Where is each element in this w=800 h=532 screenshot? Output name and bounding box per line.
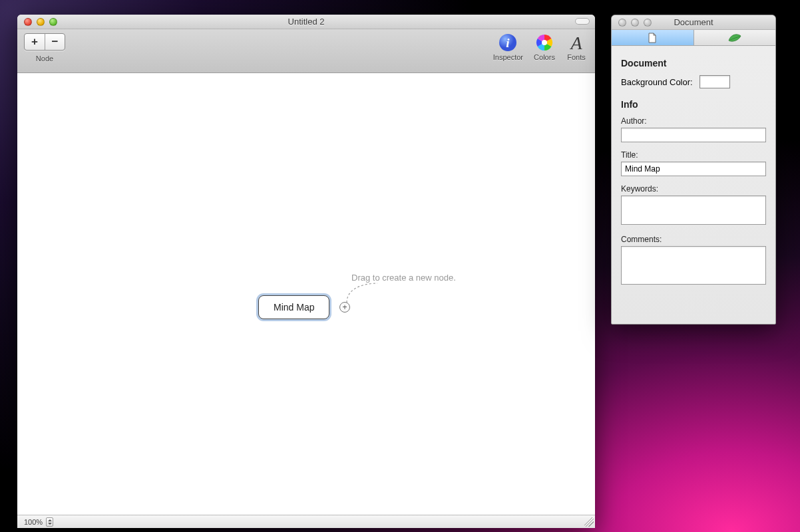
- connector-line: [345, 281, 379, 304]
- document-icon: [647, 33, 658, 43]
- title-field[interactable]: [621, 162, 766, 176]
- minimize-icon[interactable]: [37, 18, 45, 26]
- zoom-value: 100%: [24, 518, 43, 526]
- background-color-label: Background Color:: [621, 77, 693, 87]
- colors-label: Colors: [534, 53, 555, 61]
- statusbar: 100%: [17, 515, 595, 528]
- toolbar: + − Node i Inspector: [17, 29, 595, 73]
- zoom-stepper[interactable]: [46, 517, 53, 527]
- inspector-tabs: [612, 30, 775, 46]
- author-field-block: Author:: [621, 116, 766, 142]
- inspector-window: Document Document Background Color: Info…: [611, 15, 776, 325]
- canvas[interactable]: Drag to create a new node. Mind Map +: [17, 73, 595, 515]
- fonts-label: Fonts: [567, 53, 586, 61]
- author-label: Author:: [621, 116, 766, 126]
- font-icon: A: [566, 32, 587, 53]
- title-label: Title:: [621, 150, 766, 160]
- close-icon[interactable]: [618, 19, 626, 27]
- inspector-panel: Document Background Color: Info Author: …: [612, 46, 775, 305]
- title-field-block: Title:: [621, 150, 766, 176]
- node-segmented-control: + −: [24, 33, 65, 51]
- comments-field-block: Comments:: [621, 235, 766, 287]
- remove-node-button[interactable]: −: [45, 34, 65, 50]
- node-group-label: Node: [36, 55, 53, 63]
- drag-hint: Drag to create a new node.: [351, 273, 456, 283]
- resize-handle[interactable]: [584, 517, 594, 527]
- keywords-field[interactable]: [621, 196, 766, 225]
- window-controls: [17, 18, 57, 26]
- svg-text:A: A: [569, 33, 582, 52]
- add-node-handle[interactable]: +: [339, 302, 350, 313]
- tab-document[interactable]: [612, 30, 694, 45]
- color-wheel-icon: [534, 32, 555, 53]
- keywords-label: Keywords:: [621, 184, 766, 194]
- main-titlebar[interactable]: Untitled 2: [17, 15, 595, 29]
- main-window: Untitled 2 + − Node i Inspector: [17, 15, 595, 528]
- inspector-label: Inspector: [493, 53, 523, 61]
- window-title: Untitled 2: [17, 17, 595, 27]
- colors-button[interactable]: Colors: [534, 32, 555, 61]
- node-group: + − Node: [24, 33, 65, 63]
- author-field[interactable]: [621, 128, 766, 142]
- leaf-icon: [728, 33, 741, 43]
- plus-icon: +: [342, 303, 347, 312]
- zoom-control[interactable]: 100%: [24, 517, 53, 527]
- info-icon: i: [497, 32, 518, 53]
- minimize-icon[interactable]: [631, 19, 639, 27]
- keywords-field-block: Keywords:: [621, 184, 766, 227]
- toolbar-toggle-pill[interactable]: [575, 18, 590, 25]
- fonts-button[interactable]: A Fonts: [566, 32, 587, 61]
- inspector-button[interactable]: i Inspector: [493, 32, 523, 61]
- inspector-titlebar[interactable]: Document: [612, 15, 775, 30]
- svg-text:i: i: [506, 36, 510, 50]
- background-color-well[interactable]: [700, 75, 730, 88]
- toolbar-right: i Inspector: [493, 32, 587, 61]
- root-node[interactable]: Mind Map: [258, 295, 329, 319]
- add-node-button[interactable]: +: [25, 34, 45, 50]
- info-heading: Info: [621, 99, 766, 110]
- zoom-icon[interactable]: [644, 19, 652, 27]
- background-color-row: Background Color:: [621, 75, 766, 88]
- document-heading: Document: [621, 58, 766, 68]
- tab-node[interactable]: [694, 30, 776, 45]
- close-icon[interactable]: [24, 18, 32, 26]
- svg-point-2: [542, 40, 547, 45]
- zoom-icon[interactable]: [49, 18, 57, 26]
- comments-field[interactable]: [621, 246, 766, 285]
- inspector-window-controls: [612, 19, 652, 27]
- comments-label: Comments:: [621, 235, 766, 244]
